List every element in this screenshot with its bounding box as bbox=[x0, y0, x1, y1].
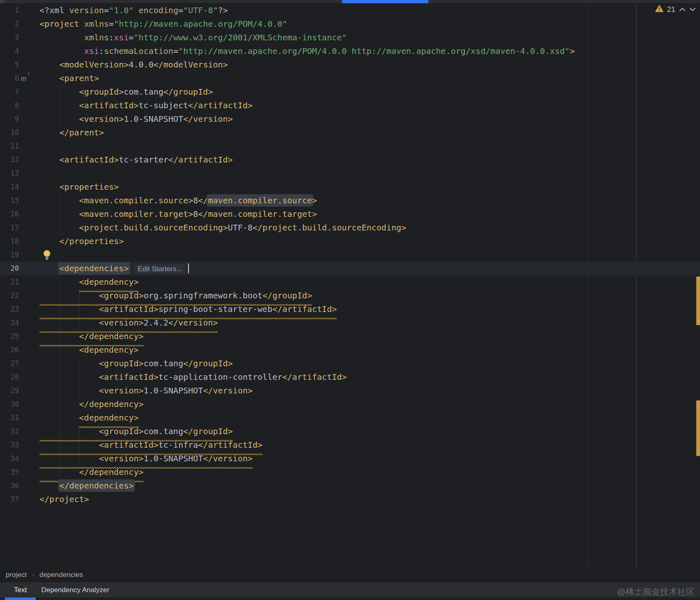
token-tag: <project bbox=[40, 19, 79, 29]
code-line[interactable]: 35 </dependency> bbox=[0, 465, 700, 479]
code-text: <dependencies>Edit Starters... bbox=[40, 262, 189, 276]
token-txt: = bbox=[104, 5, 109, 15]
token-ws bbox=[40, 481, 59, 491]
active-tab-underline bbox=[5, 598, 36, 600]
token-tag: <dependency> bbox=[79, 277, 139, 287]
code-line[interactable]: 25 </dependency> bbox=[0, 330, 700, 343]
code-editor[interactable]: 1<?xml version="1.0" encoding="UTF-8"?>2… bbox=[0, 4, 700, 567]
code-line[interactable]: 27 <groupId>com.tang</groupId> bbox=[0, 357, 700, 370]
code-line[interactable]: 29 <version>1.0-SNAPSHOT</version> bbox=[0, 384, 700, 398]
code-line[interactable]: 10 </parent> bbox=[0, 126, 700, 140]
token-tag: <artifactId> bbox=[59, 155, 119, 165]
code-line[interactable]: 19 bbox=[0, 248, 700, 262]
code-line[interactable]: 13 bbox=[0, 167, 700, 180]
line-number: 9 bbox=[0, 112, 19, 126]
token-tag: </artifactId> bbox=[168, 155, 233, 165]
code-text: xsi:schemaLocation="http://maven.apache.… bbox=[40, 44, 574, 58]
code-line[interactable]: 26 <dependency> bbox=[0, 343, 700, 357]
line-number: 4 bbox=[0, 44, 19, 58]
stripe-warning-mark[interactable] bbox=[696, 277, 700, 325]
inspections-widget[interactable]: 21 bbox=[655, 5, 696, 14]
token-ws bbox=[40, 277, 79, 287]
token-tag: </artifactId> bbox=[282, 372, 347, 382]
code-line[interactable]: 30 </dependency> bbox=[0, 398, 700, 411]
code-line[interactable]: 16 <maven.compiler.target>8</maven.compi… bbox=[0, 207, 700, 221]
token-txt: com.tang bbox=[144, 358, 183, 368]
token-tag: <artifactId> bbox=[99, 304, 159, 314]
code-line[interactable]: 8 <artifactId>tc-subject</artifactId> bbox=[0, 99, 700, 112]
token-tag: > bbox=[312, 195, 317, 205]
code-line[interactable]: 3 xmlns:xsi="http://www.w3.org/2001/XMLS… bbox=[0, 31, 700, 44]
token-tag: > bbox=[570, 46, 574, 56]
next-warning-button[interactable] bbox=[689, 7, 696, 12]
line-number: 25 bbox=[0, 330, 19, 343]
watermark: @稀土掘金技术社区 bbox=[617, 586, 695, 598]
token-tag: </version> bbox=[168, 318, 218, 328]
previous-warning-button[interactable] bbox=[679, 7, 686, 12]
token-tag: <project.build.sourceEncoding> bbox=[79, 223, 228, 233]
lightbulb-icon[interactable] bbox=[43, 250, 51, 260]
code-line[interactable]: 28 <artifactId>tc-application-controller… bbox=[0, 370, 700, 384]
maven-update-icon[interactable]: m↑ bbox=[21, 72, 34, 85]
code-line[interactable]: 20 <dependencies>Edit Starters... bbox=[0, 262, 700, 275]
token-ws bbox=[40, 426, 99, 436]
code-text: </properties> bbox=[40, 235, 124, 248]
token-tag: <maven.compiler.target> bbox=[79, 209, 193, 219]
token-ws bbox=[40, 100, 79, 110]
code-line[interactable]: 7 <groupId>com.tang</groupId> bbox=[0, 85, 700, 99]
token-ws bbox=[40, 467, 79, 477]
code-line[interactable]: 1<?xml version="1.0" encoding="UTF-8"?> bbox=[0, 4, 700, 17]
code-line[interactable]: 31 <dependency> bbox=[0, 411, 700, 425]
code-line[interactable]: 14 <properties> bbox=[0, 180, 700, 194]
code-line[interactable]: 21 <dependency> bbox=[0, 275, 700, 289]
code-line[interactable]: 32 <groupId>com.tang</groupId> bbox=[0, 425, 700, 438]
code-text: <modelVersion>4.0.0</modelVersion> bbox=[40, 58, 228, 72]
token-txt: = bbox=[109, 19, 114, 29]
token-ws bbox=[40, 195, 79, 205]
line-number: 36 bbox=[0, 479, 19, 493]
token-tag: <groupId> bbox=[79, 87, 123, 97]
line-number: 26 bbox=[0, 343, 19, 357]
line-number: 12 bbox=[0, 153, 19, 167]
tab-dependency-analyzer[interactable]: Dependency Analyzer bbox=[41, 586, 109, 594]
code-text: <version>1.0-SNAPSHOT</version> bbox=[40, 384, 253, 398]
code-line[interactable]: 12 <artifactId>tc-starter</artifactId> bbox=[0, 153, 700, 167]
code-line[interactable]: 24 <version>2.4.2</version> bbox=[0, 316, 700, 330]
warning-icon bbox=[655, 5, 663, 14]
code-line[interactable]: 18 </properties> bbox=[0, 235, 700, 248]
code-line[interactable]: 23 <artifactId>spring-boot-starter-web</… bbox=[0, 302, 700, 316]
code-line[interactable]: 9 <version>1.0-SNAPSHOT</version> bbox=[0, 112, 700, 126]
edit-starters-inlay-hint[interactable]: Edit Starters... bbox=[135, 264, 186, 274]
code-line[interactable]: 5 <modelVersion>4.0.0</modelVersion> bbox=[0, 58, 700, 72]
code-line[interactable]: 2<project xmlns="http://maven.apache.org… bbox=[0, 17, 700, 31]
code-text: </dependency> bbox=[40, 398, 144, 411]
line-number: 7 bbox=[0, 85, 19, 99]
code-line[interactable]: 36 </dependencies> bbox=[0, 479, 700, 493]
token-str: "UTF-8" bbox=[183, 5, 218, 15]
tab-text[interactable]: Text bbox=[14, 586, 27, 594]
code-text: </parent> bbox=[40, 126, 104, 140]
token-tag: </version> bbox=[203, 386, 252, 395]
code-line[interactable]: 11 bbox=[0, 140, 700, 153]
line-number: 14 bbox=[0, 180, 19, 194]
ide-window: 1<?xml version="1.0" encoding="UTF-8"?>2… bbox=[0, 0, 700, 600]
token-ws bbox=[40, 87, 79, 97]
code-line[interactable]: 22 <groupId>org.springframework.boot</gr… bbox=[0, 289, 700, 302]
code-line[interactable]: 34 <version>1.0-SNAPSHOT</version> bbox=[0, 452, 700, 465]
token-tag: <artifactId> bbox=[79, 100, 139, 110]
code-line[interactable]: 17 <project.build.sourceEncoding>UTF-8</… bbox=[0, 221, 700, 235]
line-number: 10 bbox=[0, 126, 19, 140]
stripe-warning-mark[interactable] bbox=[696, 400, 700, 456]
line-number: 20 bbox=[0, 262, 19, 275]
code-line[interactable]: 37</project> bbox=[0, 493, 700, 506]
code-line[interactable]: 6m↑ <parent> bbox=[0, 72, 700, 85]
token-ws bbox=[40, 331, 79, 341]
code-line[interactable]: 4 xsi:schemaLocation="http://maven.apach… bbox=[0, 44, 700, 58]
breadcrumb-item-dependencies[interactable]: dependencies bbox=[40, 571, 83, 579]
token-ws bbox=[40, 291, 99, 300]
code-line[interactable]: 15 <maven.compiler.source>8</maven.compi… bbox=[0, 194, 700, 207]
token-txt: tc-subject bbox=[139, 100, 188, 110]
breadcrumb-item-project[interactable]: project bbox=[6, 571, 27, 579]
token-ws bbox=[40, 114, 79, 124]
code-line[interactable]: 33 <artifactId>tc-infra</artifactId> bbox=[0, 438, 700, 452]
